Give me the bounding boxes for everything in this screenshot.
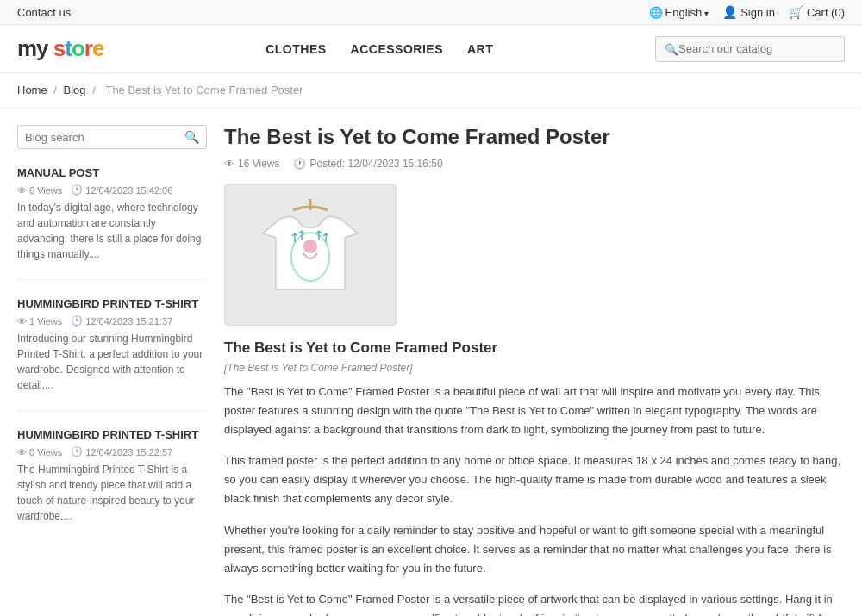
article: The Best is Yet to Come Framed Poster 👁 … [224,125,845,616]
sidebar-post-2: HUMMINGBIRD PRINTED T-SHIRT 👁 1 Views 🕐 … [17,297,207,411]
article-title: The Best is Yet to Come Framed Poster [224,125,845,149]
clock-icon-1: 🕐 [71,184,83,196]
article-body: The "Best is Yet to Come" Framed Poster … [224,383,845,616]
breadcrumb-sep2: / [92,84,98,96]
article-para-2: This framed poster is the perfect additi… [224,451,845,508]
eye-icon-3: 👁 [17,447,27,457]
nav-clothes[interactable]: CLOTHES [265,42,326,56]
globe-icon [649,6,663,19]
article-image [224,184,397,326]
sidebar-post-1-views: 👁 6 Views [17,185,62,196]
blog-search-input[interactable] [25,131,184,144]
logo-my: my [17,35,53,61]
clock-icon-3: 🕐 [71,446,83,457]
sidebar-post-1: MANUAL POST 👁 6 Views 🕐 12/04/2023 15:42… [17,166,207,280]
breadcrumb: Home / Blog / The Best is Yet to Come Fr… [0,73,862,108]
sign-in-button[interactable]: Sign in [722,5,775,19]
nav-art[interactable]: ART [467,42,493,56]
eye-icon-1: 👁 [17,185,27,196]
article-para-4: The "Best is Yet to Come" Framed Poster … [224,590,845,616]
sidebar-post-2-date: 🕐 12/04/2023 15:21:37 [71,315,172,327]
main-content: 🔍 MANUAL POST 👁 6 Views 🕐 12/04/2023 15:… [0,108,862,616]
sidebar-post-3: HUMMINGBIRD PRINTED T-SHIRT 👁 0 Views 🕐 … [17,428,207,541]
logo-s: s [53,35,65,61]
top-bar-right: English Sign in Cart (0) [649,5,845,19]
sidebar-post-3-date: 🕐 12/04/2023 15:22:57 [71,446,172,457]
sidebar-post-1-excerpt: In today's digital age, where technology… [17,200,207,262]
header-search-box[interactable] [655,36,845,62]
article-posted: 🕐 Posted: 12/04/2023 15:16:50 [293,158,442,170]
search-icon [665,42,678,56]
search-input[interactable] [678,42,835,55]
breadcrumb-home[interactable]: Home [17,84,47,96]
contact-link[interactable]: Contact us [17,6,71,19]
sidebar: 🔍 MANUAL POST 👁 6 Views 🕐 12/04/2023 15:… [17,125,207,616]
main-nav: CLOTHES ACCESSORIES ART [265,42,493,56]
blog-search-box[interactable]: 🔍 [17,125,207,149]
article-views: 👁 16 Views [224,158,279,170]
breadcrumb-sep1: / [53,84,59,96]
article-img-caption: [The Best is Yet to Come Framed Poster] [224,362,845,374]
top-bar: Contact us English Sign in Cart (0) [0,0,862,25]
sidebar-post-3-meta: 👁 0 Views 🕐 12/04/2023 15:22:57 [17,446,207,457]
clock-icon-2: 🕐 [71,315,83,327]
eye-icon-2: 👁 [17,316,27,327]
sidebar-post-2-meta: 👁 1 Views 🕐 12/04/2023 15:21:37 [17,315,207,327]
sidebar-post-3-views: 👁 0 Views [17,447,62,457]
article-meta: 👁 16 Views 🕐 Posted: 12/04/2023 15:16:50 [224,158,845,170]
language-label: English [665,6,703,19]
logo-e: e [92,35,103,61]
clock-icon-article: 🕐 [293,158,306,170]
eye-icon-article: 👁 [224,158,234,170]
logo-o: o [72,35,84,61]
breadcrumb-blog[interactable]: Blog [64,84,86,96]
logo-t: t [65,35,72,61]
header: my store CLOTHES ACCESSORIES ART [0,25,862,73]
article-image-container [224,184,845,326]
sidebar-post-2-excerpt: Introducing our stunning Hummingbird Pri… [17,331,207,393]
cart-label: Cart (0) [807,6,845,19]
blog-search-button[interactable]: 🔍 [184,130,199,144]
sign-in-label: Sign in [740,6,775,19]
article-subtitle: The Best is Yet to Come Framed Poster [224,339,845,357]
sidebar-post-1-title[interactable]: MANUAL POST [17,166,207,179]
svg-point-2 [303,240,317,253]
cart-icon [789,5,803,19]
user-icon [722,5,737,19]
cart-button[interactable]: Cart (0) [789,5,845,19]
nav-accessories[interactable]: ACCESSORIES [351,42,443,56]
logo[interactable]: my store [17,35,103,62]
language-selector[interactable]: English [649,6,709,19]
chevron-down-icon [704,6,709,19]
article-image-svg [241,195,379,315]
breadcrumb-current: The Best is Yet to Come Framed Poster [105,84,303,96]
sidebar-post-3-excerpt: The Hummingbird Printed T-Shirt is a sty… [17,462,207,524]
logo-r: r [84,35,92,61]
sidebar-post-2-title[interactable]: HUMMINGBIRD PRINTED T-SHIRT [17,297,207,310]
sidebar-post-1-meta: 👁 6 Views 🕐 12/04/2023 15:42:06 [17,184,207,196]
sidebar-post-1-date: 🕐 12/04/2023 15:42:06 [71,184,172,196]
sidebar-post-2-views: 👁 1 Views [17,316,62,327]
article-para-3: Whether you're looking for a daily remin… [224,521,845,578]
sidebar-post-3-title[interactable]: HUMMINGBIRD PRINTED T-SHIRT [17,428,207,441]
article-para-1: The "Best is Yet to Come" Framed Poster … [224,383,845,439]
